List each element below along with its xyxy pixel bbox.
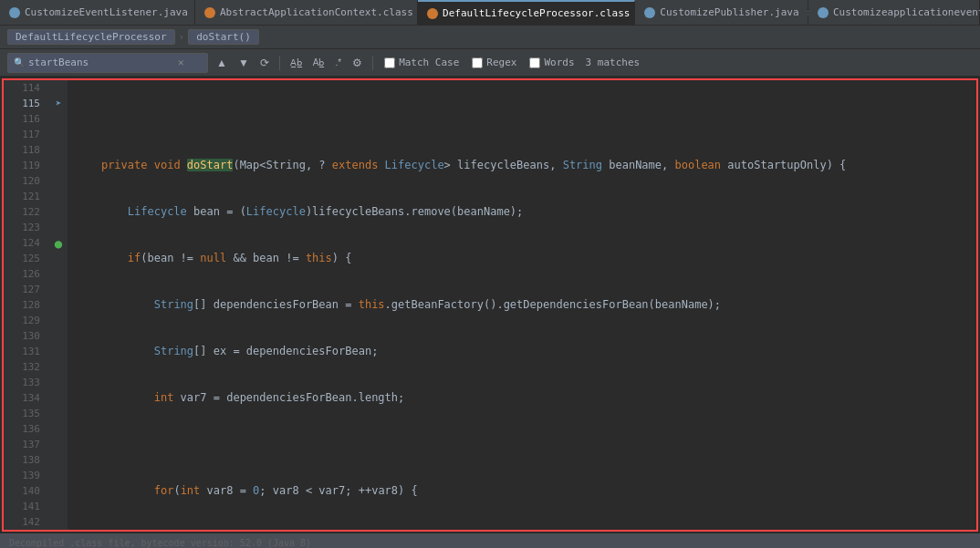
gutter-122 (49, 204, 68, 220)
gutter-138 (49, 452, 68, 468)
gutter-circle-124: ● (49, 235, 68, 251)
gutter-136 (49, 421, 68, 437)
gutter-133 (49, 375, 68, 390)
ln-115: 115 (4, 96, 49, 111)
search-word-button[interactable]: Ab̲ (310, 56, 328, 69)
tab-icon-java-5 (818, 7, 829, 18)
ln-136: 136 (4, 421, 49, 437)
gutter-123 (49, 220, 68, 235)
gutter-137 (49, 437, 68, 452)
code-line-115: private void doStart(Map<String, ? exten… (75, 158, 976, 173)
gutter-128 (49, 297, 68, 313)
search-refresh-button[interactable]: ⟳ (257, 55, 272, 71)
ln-140: 140 (4, 483, 49, 499)
gutter-119 (49, 158, 68, 173)
ln-129: 129 (4, 313, 49, 328)
ln-142: 142 (4, 514, 49, 530)
ln-126: 126 (4, 266, 49, 282)
ln-114: 114 (4, 80, 49, 96)
words-checkbox-label[interactable]: Words (529, 57, 574, 68)
gutter-116 (49, 111, 68, 127)
search-match-button[interactable]: A̲b̲ (287, 56, 305, 69)
gutter-130 (49, 328, 68, 344)
gutter: ➤ ● (49, 80, 68, 530)
gutter-126 (49, 266, 68, 282)
search-separator-1 (279, 56, 280, 70)
code-line-117: if(bean != null && bean != this) { (75, 251, 976, 266)
gutter-120 (49, 173, 68, 189)
code-line-121 (75, 437, 976, 452)
ln-120: 120 (4, 173, 49, 189)
tab-bar: CustomizeEventListener.java ✕ AbstractAp… (0, 0, 980, 26)
ln-138: 138 (4, 452, 49, 468)
gutter-141 (49, 499, 68, 514)
code-content[interactable]: private void doStart(Map<String, ? exten… (68, 80, 976, 530)
code-line-116: Lifecycle bean = (Lifecycle)lifecycleBea… (75, 204, 976, 220)
tab-customize-app-event[interactable]: Customizeapplicationevent (808, 0, 980, 25)
tab-default-lifecycle[interactable]: DefaultLifecycleProcessor.class ✕ (418, 0, 635, 25)
search-input-wrap: 🔍 ✕ (7, 53, 208, 73)
gutter-121 (49, 189, 68, 204)
ln-125: 125 (4, 251, 49, 266)
gutter-139 (49, 468, 68, 483)
ln-128: 128 (4, 297, 49, 313)
gutter-125 (49, 251, 68, 266)
code-line-122: for(int var8 = 0; var8 < var7; ++var8) { (75, 483, 976, 499)
gutter-134 (49, 390, 68, 406)
code-line-114 (75, 111, 976, 127)
ln-127: 127 (4, 282, 49, 297)
search-input[interactable] (28, 57, 174, 68)
tab-icon-class-2 (204, 7, 215, 18)
ln-131: 131 (4, 344, 49, 359)
search-prev-button[interactable]: ▲ (214, 55, 230, 71)
ln-139: 139 (4, 468, 49, 483)
gutter-135 (49, 406, 68, 421)
gutter-140 (49, 483, 68, 499)
ln-141: 141 (4, 499, 49, 514)
tab-icon-java (9, 7, 20, 18)
search-clear-icon[interactable]: ✕ (178, 57, 184, 68)
ln-133: 133 (4, 375, 49, 390)
regex-checkbox-label[interactable]: Regex (472, 57, 516, 68)
ln-135: 135 (4, 406, 49, 421)
matches-count: 3 matches (586, 57, 641, 68)
editor-area: 114 115 116 117 118 119 120 121 122 123 … (2, 78, 978, 532)
gutter-117 (49, 127, 68, 142)
match-case-checkbox-label[interactable]: Match Case (384, 57, 459, 68)
ln-123: 123 (4, 220, 49, 235)
ln-119: 119 (4, 158, 49, 173)
ln-116: 116 (4, 111, 49, 127)
gutter-142 (49, 514, 68, 530)
breadcrumb-class[interactable]: DefaultLifecycleProcessor (7, 29, 175, 45)
regex-checkbox[interactable] (472, 57, 483, 68)
gutter-132 (49, 359, 68, 375)
tab-customize-event[interactable]: CustomizeEventListener.java ✕ (0, 0, 195, 25)
status-bar: Decompiled .class file, bytecode version… (0, 533, 980, 548)
match-case-checkbox[interactable] (384, 57, 395, 68)
tab-icon-java-4 (644, 7, 655, 18)
ln-117: 117 (4, 127, 49, 142)
search-next-button[interactable]: ▼ (235, 55, 252, 71)
tab-customize-publisher[interactable]: CustomizePublisher.java ✕ (635, 0, 808, 25)
ln-122: 122 (4, 204, 49, 220)
gutter-114 (49, 80, 68, 96)
search-separator-2 (372, 56, 373, 70)
checkbox-group: Match Case Regex Words (384, 57, 574, 68)
status-text: Decompiled .class file, bytecode version… (9, 538, 311, 548)
search-settings-button[interactable]: ⚙ (349, 55, 365, 71)
search-bar: 🔍 ✕ ▲ ▼ ⟳ A̲b̲ Ab̲ .* ⚙ Match Case Regex… (0, 49, 980, 77)
search-regex-button[interactable]: .* (332, 56, 344, 69)
code-line-118: String[] dependenciesForBean = this.getB… (75, 297, 976, 313)
ln-132: 132 (4, 359, 49, 375)
gutter-129 (49, 313, 68, 328)
breadcrumb-method[interactable]: doStart() (188, 29, 259, 45)
line-numbers: 114 115 116 117 118 119 120 121 122 123 … (4, 80, 49, 530)
breadcrumb-bar: DefaultLifecycleProcessor › doStart() (0, 26, 980, 49)
tab-icon-class-3 (427, 8, 438, 19)
ln-121: 121 (4, 189, 49, 204)
tab-abstract-app[interactable]: AbstractApplicationContext.class ✕ (195, 0, 418, 25)
ln-137: 137 (4, 437, 49, 452)
code-line-119: String[] ex = dependenciesForBean; (75, 344, 976, 359)
words-checkbox[interactable] (529, 57, 540, 68)
ln-134: 134 (4, 390, 49, 406)
